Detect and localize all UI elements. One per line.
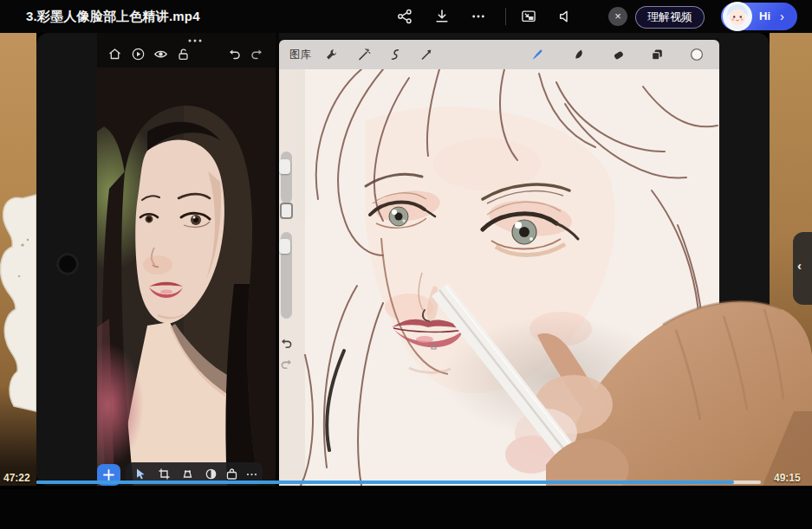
play-circle-icon[interactable] (131, 47, 146, 61)
actions-wrench-icon[interactable] (324, 48, 338, 61)
download-icon[interactable] (434, 9, 450, 24)
player-controls-bar: 倍速 高清 字幕 查找 SVIP SVIP (0, 489, 812, 529)
more-options-icon[interactable] (471, 9, 486, 24)
redo-arrow-icon[interactable] (279, 357, 294, 371)
seek-bar-fill (36, 481, 734, 484)
ipad-device: 图库 (36, 33, 770, 486)
paper-cutout (0, 193, 40, 418)
selection-icon[interactable] (388, 48, 402, 61)
assistant-button[interactable]: Hi › (721, 3, 797, 30)
picture-in-picture-icon[interactable] (521, 9, 536, 24)
chevron-left-icon: ‹ (797, 258, 802, 273)
brush-opacity-knob[interactable] (279, 239, 290, 254)
chevron-right-icon: › (780, 3, 784, 30)
progress-bar-row: 47:22 49:15 (0, 469, 812, 489)
mute-speaker-icon[interactable] (557, 9, 573, 24)
assistant-label: Hi (759, 3, 770, 30)
color-swatch-icon[interactable] (690, 48, 704, 61)
unlock-icon[interactable] (176, 47, 191, 61)
eraser-tool-icon[interactable] (612, 48, 626, 61)
transform-arrow-icon[interactable] (419, 48, 433, 61)
smudge-tool-icon[interactable] (571, 48, 585, 61)
assistant-avatar (722, 1, 753, 32)
current-time: 47:22 (3, 472, 30, 484)
procreate-toolbar: 图库 (279, 40, 719, 69)
video-title: 3.彩墨人像脸部上色精讲.mp4 (26, 0, 200, 33)
title-bar: 3.彩墨人像脸部上色精讲.mp4 × 理解视频 (0, 0, 812, 33)
close-button[interactable]: × (608, 7, 627, 26)
brush-size-knob[interactable] (279, 159, 290, 174)
home-icon[interactable] (107, 47, 122, 61)
total-duration: 49:15 (774, 472, 801, 484)
undo-icon[interactable] (227, 47, 242, 61)
ipad-camera (56, 253, 79, 275)
collapse-panel-tab[interactable]: ‹ (793, 232, 812, 305)
reference-photo (97, 68, 276, 486)
procreate-sidebar (279, 147, 295, 381)
understand-video-button[interactable]: 理解视频 (635, 6, 705, 29)
watercolor-portrait-art (279, 69, 719, 486)
gallery-button[interactable]: 图库 (289, 40, 311, 69)
share-icon[interactable] (397, 9, 412, 24)
undo-arrow-icon[interactable] (279, 336, 294, 351)
modify-button[interactable] (280, 203, 293, 219)
reference-photo-app (97, 33, 276, 486)
reference-app-toolbar (104, 43, 274, 66)
video-frame[interactable]: 图库 (0, 33, 812, 489)
adjustments-wand-icon[interactable] (357, 48, 371, 61)
layers-icon[interactable] (650, 48, 664, 61)
procreate-app: 图库 (279, 38, 719, 486)
video-player-window: 3.彩墨人像脸部上色精讲.mp4 × 理解视频 (0, 0, 812, 529)
seek-bar[interactable] (36, 481, 761, 484)
visibility-eye-icon[interactable] (153, 47, 168, 61)
redo-icon[interactable] (250, 47, 264, 61)
procreate-canvas[interactable] (279, 69, 719, 486)
toolbar-divider (505, 8, 506, 25)
brush-tool-icon[interactable] (530, 48, 544, 61)
drag-handle-dots-icon[interactable] (187, 38, 203, 43)
